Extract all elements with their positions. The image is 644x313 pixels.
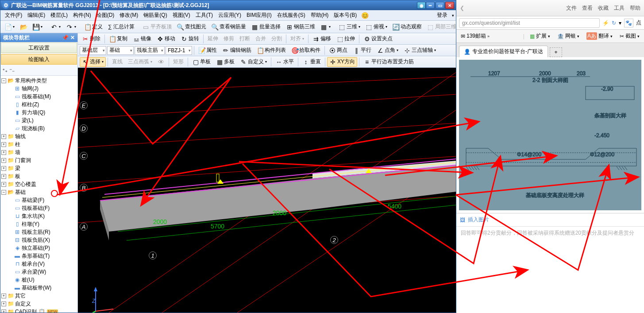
offset-button[interactable]: ⇉偏移 [310, 34, 333, 44]
tree-axis[interactable]: +📁轴线 [1, 132, 77, 140]
undo-button[interactable]: ↶▾ [48, 22, 63, 32]
overlook-button[interactable]: ⬚俯视▾ [363, 22, 389, 32]
tree-other[interactable]: +📁其它 [1, 292, 77, 300]
move-button[interactable]: ✥移动 [154, 34, 177, 44]
sum-button[interactable]: ∑ 汇总计算 [106, 22, 137, 32]
collapse-icon[interactable]: ⁻₋ [9, 67, 15, 73]
viewport-3d[interactable]: E D C B A 1 2 2000 5700 2000 5400 Z [78, 68, 456, 313]
menu-cloud[interactable]: 云应用(Y) [216, 11, 244, 20]
maximize-button[interactable]: ▭ [436, 2, 444, 9]
two-point-button[interactable]: ⦿两点 [327, 46, 350, 55]
arc3-button[interactable]: 三点画弧▾ [126, 57, 154, 67]
mirror-button[interactable]: ⚍镜像 [131, 34, 154, 44]
section-project-settings[interactable]: 工程设置 [1, 43, 77, 53]
tree-frame-col[interactable]: ▯框柱(Z) [1, 100, 77, 108]
browser-menu-file[interactable]: 文件 [566, 4, 577, 12]
menu-edit[interactable]: 编辑(E) [25, 11, 48, 20]
browser-tab-active[interactable]: 👤 专业造价问题答疑平台-广联达 [459, 46, 548, 57]
tree-wall[interactable]: +📁墙 [1, 148, 77, 156]
menu-rebar[interactable]: 钢筋量(Q) [141, 11, 170, 20]
tree-pilecap[interactable]: ⊓桩承台(V) [1, 260, 77, 268]
tree-base-beam[interactable]: ▭基础梁(F) [1, 196, 77, 204]
stretch-button[interactable]: ⬚拉伸 [334, 34, 357, 44]
tree-hollow[interactable]: +📁空心楼盖 [1, 180, 77, 188]
merge-button[interactable]: 合并 [253, 34, 268, 44]
browser-menu-view[interactable]: 查看 [582, 4, 593, 12]
save-button[interactable]: 💾▾ [30, 22, 45, 32]
refresh-icon[interactable]: ↻ [612, 20, 616, 26]
tree-indep[interactable]: ◈独立基础(P) [1, 244, 77, 252]
horiz-button[interactable]: ↔水平 [273, 57, 296, 67]
dyn-obs-button[interactable]: 🔄动态观察 [390, 22, 424, 32]
clamp-button[interactable]: ⚙设置夹点 [361, 34, 395, 44]
browser-menu-help[interactable]: 帮助 [630, 4, 640, 12]
menu-online[interactable]: 在线服务(S) [274, 11, 308, 20]
name-combo[interactable]: FBZJ-1 [166, 46, 192, 55]
extend-button[interactable]: 延伸 [205, 34, 220, 44]
tree-pier[interactable]: ▯柱墩(Y) [1, 220, 77, 228]
layers-button[interactable]: ▦▾ [318, 22, 333, 32]
flat-top-button[interactable]: ▭平齐板顶 [140, 22, 174, 32]
tree-column[interactable]: +📁柱 [1, 140, 77, 148]
new-button[interactable]: 📄▾ [2, 22, 17, 32]
ext-button[interactable]: ▦扩展▾ [528, 31, 552, 41]
tree-raft-neg[interactable]: ⊟筏板负筋(X) [1, 236, 77, 244]
paw-icon[interactable]: 🐾 [624, 19, 633, 27]
define-button[interactable]: 📋定义 [82, 22, 105, 32]
menu-bim[interactable]: BIM应用(I) [244, 11, 274, 20]
corner-button[interactable]: ∠点角▾ [374, 46, 401, 55]
view-rebar-button[interactable]: 🔍查看钢筋量 [209, 22, 248, 32]
floor-combo[interactable]: 基础层 [80, 46, 106, 55]
view-button[interactable]: 👁 [155, 57, 167, 67]
edit-rebar-button[interactable]: ✏编辑钢筋 [220, 46, 254, 55]
tree-slab[interactable]: ▱现浇板(B) [1, 124, 77, 132]
browser-prev-icon[interactable]: ❮ [460, 5, 464, 11]
translate-button[interactable]: Aあ翻译▾ [585, 31, 614, 41]
tree-custom[interactable]: +📁自定义 [1, 300, 77, 308]
minimize-button[interactable]: ━ [426, 2, 435, 9]
tree-basestrip[interactable]: ▬基础板带(W) [1, 284, 77, 292]
tree-axis-grid[interactable]: ⊞轴网(J) [1, 85, 77, 93]
xy-dir-button[interactable]: ✛XY方向 [327, 57, 357, 67]
multi-button[interactable]: ▦多板 [214, 57, 237, 67]
panel-close-icon[interactable]: ✕ [70, 35, 75, 41]
tree-pile[interactable]: ◉桩(U) [1, 276, 77, 284]
three-aux-button[interactable]: ⊹三点辅轴▾ [401, 46, 438, 55]
open-button[interactable]: 📂 [18, 22, 29, 32]
tree-raft-base2[interactable]: ▭筏板基础(F) [1, 204, 77, 212]
split-button[interactable]: 分割 [269, 34, 284, 44]
pick-button[interactable]: 🎯拾取构件 [289, 46, 323, 55]
tree-cad[interactable]: +📁CAD识别📋NEW [1, 308, 77, 313]
rebar-3d-button[interactable]: ⊞钢筋三维 [284, 22, 317, 32]
custom-button[interactable]: ✎自定义▾ [238, 57, 269, 67]
tree-beam-cat[interactable]: +📁梁 [1, 164, 77, 172]
tree-slab-cat[interactable]: +📁板 [1, 172, 77, 180]
close-button[interactable]: ✕ [445, 2, 454, 9]
copy-button[interactable]: 📋复制 [107, 34, 130, 44]
menu-help[interactable]: 帮助(H) [308, 11, 332, 20]
tree-capbeam[interactable]: ▭承台梁(W) [1, 268, 77, 276]
chevron-down-icon[interactable]: ▾ [452, 13, 454, 18]
tree-raft-main[interactable]: ⊞筏板主筋(R) [1, 228, 77, 236]
tree-door-window[interactable]: +📁门窗洞 [1, 156, 77, 164]
menu-component[interactable]: 构件(N) [70, 11, 94, 20]
comp-list-button[interactable]: 📋构件列表 [255, 46, 288, 55]
dropdown-icon[interactable]: ▾ [619, 20, 621, 26]
batch-select-button[interactable]: ▦批量选择 [249, 22, 283, 32]
bookmark-139[interactable]: ✉139邮箱» [459, 31, 491, 41]
tree-beam[interactable]: ▭梁(L) [1, 116, 77, 124]
section-draw-input[interactable]: 绘图输入 [1, 54, 77, 65]
attr-button[interactable]: 📝属性 [196, 46, 219, 55]
break-button[interactable]: 打断 [237, 34, 252, 44]
tree-shear-wall[interactable]: ▮剪力墙(Q) [1, 108, 77, 116]
screenshot-button[interactable]: ✂截图▾ [618, 31, 641, 41]
tree-root[interactable]: −📂常用构件类型 [1, 77, 77, 85]
sub-combo[interactable]: 筏板主筋 [135, 46, 165, 55]
browser-menu-fav[interactable]: 收藏 [598, 4, 609, 12]
find-grid-button[interactable]: 🔍查找图元 [175, 22, 208, 32]
menu-floor[interactable]: 楼层(L) [48, 11, 70, 20]
menu-draw[interactable]: 绘图(D) [94, 11, 117, 20]
edge-force-button[interactable]: ≡平行边布置受力筋 [361, 57, 416, 67]
url-input[interactable]: gx.com/question/giml/list [459, 18, 600, 28]
rotate-button[interactable]: ↻旋转 [178, 34, 201, 44]
